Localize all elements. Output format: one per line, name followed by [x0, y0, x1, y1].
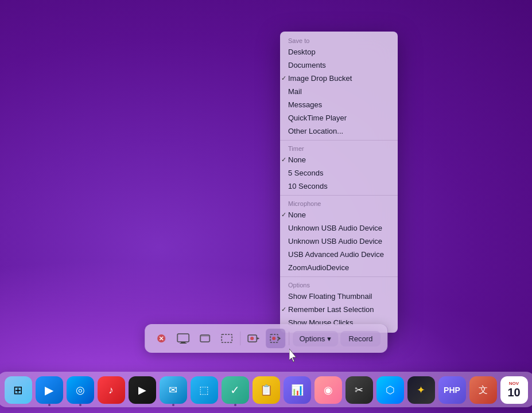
menu-item-show-thumbnail[interactable]: Show Floating Thumbnail — [280, 290, 398, 303]
divider-1 — [280, 140, 398, 141]
options-button[interactable]: Options ▾ — [293, 331, 339, 346]
dock-item-final-cut[interactable]: ✂ — [345, 376, 373, 404]
svg-marker-10 — [257, 337, 259, 340]
dock-item-sketch[interactable]: ✦ — [407, 376, 435, 404]
capture-window-button[interactable] — [195, 329, 215, 348]
divider-2 — [280, 195, 398, 196]
dock-item-php[interactable]: PHP — [438, 376, 466, 404]
dock-item-motion[interactable]: ⬡ — [376, 376, 404, 404]
menu-item-image-drop-bucket[interactable]: Image Drop Bucket — [280, 72, 398, 85]
dock-item-mail[interactable]: ✉ — [160, 376, 187, 404]
svg-marker-13 — [278, 337, 281, 340]
save-to-header: Save to — [280, 35, 398, 45]
dock-item-quicktime[interactable]: ▶ — [36, 376, 63, 404]
svg-rect-4 — [181, 342, 185, 343]
svg-rect-8 — [222, 334, 232, 342]
dock-item-lang[interactable]: 文 — [469, 376, 497, 404]
dock-item-safari[interactable]: ◎ — [67, 376, 94, 404]
options-header: Options — [280, 279, 398, 290]
toolbar-divider-1 — [240, 332, 240, 345]
menu-item-other-location[interactable]: Other Location... — [280, 124, 398, 138]
record-screen-button[interactable] — [244, 329, 263, 348]
dock-item-omniplan[interactable]: 📊 — [284, 376, 311, 404]
dock-item-stickies[interactable]: 📋 — [253, 376, 280, 404]
record-selection-button[interactable] — [266, 329, 285, 348]
menu-item-5-seconds[interactable]: 5 Seconds — [280, 166, 398, 180]
options-dropdown-menu: Save to Desktop Documents Image Drop Buc… — [280, 32, 398, 333]
menu-item-usb-advanced[interactable]: USB Advanced Audio Device — [280, 248, 398, 261]
record-label: Record — [348, 334, 372, 343]
chevron-down-icon: ▾ — [327, 334, 331, 343]
record-button[interactable]: Record — [340, 331, 380, 346]
dock-item-cd[interactable]: ◉ — [314, 376, 342, 404]
menu-item-mail[interactable]: Mail — [280, 85, 398, 98]
svg-rect-3 — [177, 334, 189, 342]
screenshot-toolbar: Options ▾ Record — [145, 324, 388, 353]
capture-selection-button[interactable] — [217, 329, 236, 348]
dock: ⊞ ▶ ◎ ♪ ▶ ✉ ⬚ ✓ 📋 📊 ◉ ✂ ⬡ ✦ — [0, 372, 532, 407]
close-button[interactable] — [152, 329, 171, 348]
dock-item-music[interactable]: ♪ — [98, 376, 125, 404]
menu-item-mic-none[interactable]: None — [280, 208, 398, 221]
dock-item-things[interactable]: ✓ — [222, 376, 249, 404]
svg-point-11 — [250, 337, 254, 340]
dock-item-appletv[interactable]: ▶ — [129, 376, 156, 404]
menu-item-usb-audio-2[interactable]: Unknown USB Audio Device — [280, 235, 398, 248]
svg-rect-5 — [180, 343, 187, 344]
menu-item-usb-audio-1[interactable]: Unknown USB Audio Device — [280, 221, 398, 235]
capture-screen-button[interactable] — [173, 329, 193, 348]
svg-rect-7 — [200, 335, 209, 337]
dock-item-launchpad[interactable]: ⊞ — [5, 376, 32, 404]
menu-item-documents[interactable]: Documents — [280, 59, 398, 72]
toolbar-divider-2 — [289, 332, 289, 345]
dock-item-screens[interactable]: ⬚ — [191, 376, 218, 404]
menu-item-10-seconds[interactable]: 10 Seconds — [280, 180, 398, 193]
timer-header: Timer — [280, 143, 398, 153]
options-label: Options — [300, 334, 325, 343]
menu-item-desktop[interactable]: Desktop — [280, 45, 398, 59]
svg-point-14 — [272, 337, 275, 340]
divider-3 — [280, 276, 398, 277]
dock-item-calendar[interactable]: NOV 10 — [500, 376, 528, 404]
menu-item-messages[interactable]: Messages — [280, 98, 398, 111]
menu-item-timer-none[interactable]: None — [280, 153, 398, 166]
microphone-header: Microphone — [280, 198, 398, 208]
menu-item-remember-selection[interactable]: Remember Last Selection — [280, 303, 398, 316]
menu-item-zoom-audio[interactable]: ZoomAudioDevice — [280, 261, 398, 274]
menu-item-quicktime[interactable]: QuickTime Player — [280, 111, 398, 124]
